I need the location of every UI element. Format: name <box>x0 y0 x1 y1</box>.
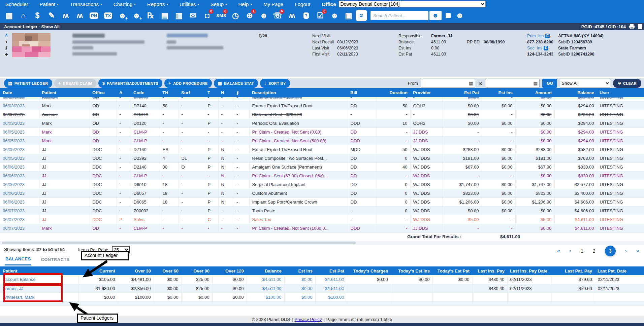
balances-col-last-pat-pay[interactable]: Last Pat. Pay <box>551 266 595 275</box>
balances-col-last-ins-pay[interactable]: Last Ins. Pay <box>472 266 507 275</box>
ledger-col-est-pat[interactable]: Est Pat <box>443 88 482 97</box>
treatment-plan-icon[interactable]: TX <box>101 9 115 22</box>
home-icon[interactable]: ⌂ <box>16 9 30 22</box>
ledger-row[interactable]: 06/05/2023MarkOD-CLM-P-----Pri Claim - C… <box>0 128 644 136</box>
tooth-chart-icon[interactable]: ʍ <box>59 9 73 22</box>
tooth-help-icon[interactable]: ? <box>299 9 313 22</box>
print-icon[interactable]: ▣ <box>342 9 356 22</box>
perio-chart-icon[interactable]: ʍ <box>73 9 87 22</box>
pagination-page-1[interactable]: 1 <box>581 248 583 254</box>
notes-icon[interactable]: ▤ <box>158 9 172 22</box>
balances-col-current[interactable]: Current <box>78 266 118 275</box>
sms-icon[interactable]: SMS0 <box>214 9 228 22</box>
prescriptions-rx-icon[interactable]: ℞ <box>143 9 158 22</box>
menu-charting[interactable]: Charting▾ <box>114 1 136 7</box>
clear-button[interactable]: ⊗ CLEAR <box>613 79 641 88</box>
tooth-watch-icon[interactable]: ʍ <box>285 9 299 22</box>
ledger-row[interactable]: 06/07/2023JJDDCPSales--C--Sales Tax--WJ … <box>0 215 644 224</box>
eligibility-icon[interactable]: E? <box>544 46 548 50</box>
pagination-first[interactable]: « <box>557 248 560 254</box>
balances-col-balance[interactable]: Balance <box>247 266 284 275</box>
pagination-page-3[interactable]: 3 <box>605 246 616 256</box>
balances-col-today-s-est-pat[interactable]: Today's Est Pat <box>432 266 472 275</box>
privacy-policy-link[interactable]: Privacy Policy <box>294 317 322 322</box>
print-icon[interactable] <box>629 24 635 29</box>
patient-ledger-button[interactable]: ▤PATIENT LEDGER <box>4 79 52 88</box>
balance-row[interactable]: WhiteHart, Mark$0.00$100.00$0.00$0.00$0.… <box>0 293 644 301</box>
ledger-col-provider[interactable]: Provider <box>410 88 443 97</box>
ledger-col-user[interactable]: User <box>597 88 644 97</box>
menu-reports[interactable]: Reports▾ <box>147 1 168 7</box>
balances-col-last-ins-pay-date[interactable]: Last Ins. Pay Date <box>507 266 551 275</box>
ledger-col-balance[interactable]: Balance <box>554 88 597 97</box>
menu-scheduler[interactable]: Scheduler <box>5 1 28 7</box>
ledger-row[interactable]: 06/07/2023JJDDC-Z00002--P--Tooth Paste-0… <box>0 206 644 215</box>
from-date-input[interactable] <box>421 79 475 88</box>
chat-messages-icon[interactable]: ◘0 <box>200 9 214 22</box>
web-tasks-icon[interactable]: ☑0 <box>313 9 327 22</box>
ledger-row[interactable]: 06/05/2023JJDDC-D7140ES-PN-Extract Erpte… <box>0 145 644 154</box>
ledger-row[interactable]: 06/03/2023MarkOD-D0120--P--Periodic Oral… <box>0 119 644 128</box>
menu-transactions[interactable]: Transactions▾ <box>70 1 102 7</box>
add-icon[interactable]: + <box>3 51 9 58</box>
ledger-col-amount[interactable]: Amount <box>515 88 554 97</box>
ledger-row[interactable]: 06/06/2023JJDDC-D605718-PN-Custom Abutme… <box>0 189 644 197</box>
mail-icon[interactable]: ✉ <box>186 9 200 22</box>
show-all-filter-select[interactable]: Show All <box>560 79 610 88</box>
ledger-row[interactable]: 06/05/2023JJDDC-D23924DLPN-Resin Composi… <box>0 154 644 162</box>
office-select[interactable]: Downey Dental Center [104] <box>339 1 486 7</box>
web-eligibility-icon[interactable]: ⊕1 <box>243 9 257 22</box>
tab-contracts[interactable]: CONTRACTS <box>41 257 69 262</box>
info-icon[interactable]: i <box>3 39 9 45</box>
menu-utilities[interactable]: Utilities▾ <box>180 1 199 7</box>
balances-col-over-30[interactable]: Over 30 <box>118 266 154 275</box>
payments-adjustments-button[interactable]: $PAYMENTS/ADJUSTMENTS <box>98 79 163 88</box>
tab-balances[interactable]: BALANCES <box>5 254 31 265</box>
ledger-row[interactable]: 06/06/2023JJDDC-D601018-PN-Surgical Plac… <box>0 180 644 189</box>
add-account-icon[interactable]: ☻+ <box>129 9 143 22</box>
pagination-prev[interactable]: ‹ <box>570 248 571 254</box>
balances-col-today-s-charges[interactable]: Today's Charges <box>347 266 391 275</box>
ledger-col-patient[interactable]: Patient <box>39 88 90 97</box>
payments-icon[interactable]: $ <box>30 9 44 22</box>
balances-col-over-60[interactable]: Over 60 <box>154 266 181 275</box>
to-date-input[interactable] <box>485 79 540 88</box>
search-patient-button[interactable]: ☻ <box>429 11 442 20</box>
staff-group-icon[interactable]: ☻ <box>327 9 342 22</box>
ledger-col-office[interactable]: Office <box>90 88 117 97</box>
ledger-row[interactable]: 06/06/2023JJDDC-CLM-P---N-Pri Claim - Se… <box>0 171 644 180</box>
balances-col-today-s-est-ins[interactable]: Today's Est Ins <box>391 266 432 275</box>
edit-notes-icon[interactable]: ✎ <box>44 9 59 22</box>
create-claim-button[interactable]: +CREATE CLAIM <box>54 79 96 88</box>
menu-help[interactable]: Help▾ <box>238 1 252 7</box>
search-filter-checkbox[interactable] <box>446 13 451 18</box>
balances-col-est-pat[interactable]: Est Pat <box>315 266 347 275</box>
menu-setup[interactable]: Setup▾ <box>211 1 227 7</box>
patient-group-icon[interactable]: ☻ <box>257 9 271 22</box>
ledger-col-n[interactable]: N <box>218 88 234 97</box>
paperclip-icon[interactable]: ∮ <box>3 45 9 51</box>
balances-col-est-ins[interactable]: Est Ins <box>284 266 315 275</box>
ledger-row[interactable]: 06/03/2023MarkOD-D714058-P--Extract Erpt… <box>0 101 644 110</box>
pagination-next[interactable]: › <box>625 248 627 254</box>
search-patient-input[interactable] <box>371 11 428 20</box>
expand-double-chevron-icon[interactable]: » <box>356 10 367 21</box>
eligibility-icon[interactable]: E? <box>545 34 550 38</box>
ledger-col-surf[interactable]: Surf <box>179 88 205 97</box>
ledger-row[interactable]: 06/06/2023JJDDC-D214030OPN-Amalgam One S… <box>0 162 644 171</box>
balance-row[interactable]: Account Balance$105.00$4,481.00$0.00$25.… <box>0 275 644 284</box>
horizontal-scrollbar[interactable] <box>0 241 644 245</box>
calendar-icon[interactable]: ▦ <box>2 9 16 22</box>
menu-logout[interactable]: Logout <box>295 1 310 7</box>
ledger-row[interactable]: 06/03/2023AccountOD-STMTS-----Statement … <box>0 110 644 119</box>
secondary-insurance-link[interactable]: Sec. Ins <box>527 45 542 51</box>
balances-col-over-120[interactable]: Over 120 <box>212 266 247 275</box>
balance-row[interactable]: Farmer, JJ$1,630.00$2,856.00$0.00$25.00$… <box>0 284 644 293</box>
scrollbar-thumb[interactable] <box>2 242 356 244</box>
ledger-row[interactable]: 06/07/2023MarkOD-CLM-P-----Pri Claim - C… <box>0 224 644 232</box>
ledger-col-a[interactable]: A <box>117 88 131 97</box>
sort-by-button[interactable]: ↕SORT BY <box>260 79 290 88</box>
ledger-col-date[interactable]: Date <box>0 88 39 97</box>
ledger-col-duration[interactable]: Duration <box>377 88 410 97</box>
primary-insurance-link[interactable]: Prim. Ins <box>527 33 544 39</box>
